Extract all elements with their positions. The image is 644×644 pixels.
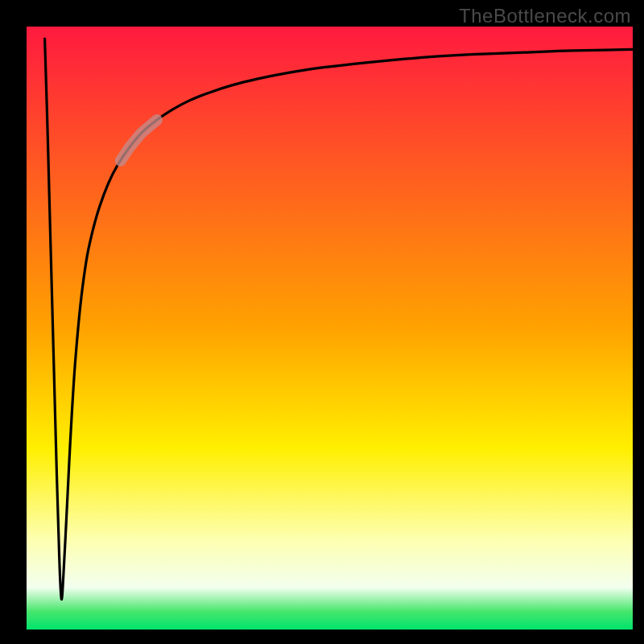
watermark-text: TheBottleneck.com [459,5,631,27]
plot-background [27,27,633,630]
chart-container: TheBottleneck.com [0,0,644,644]
bottleneck-chart [0,0,644,644]
